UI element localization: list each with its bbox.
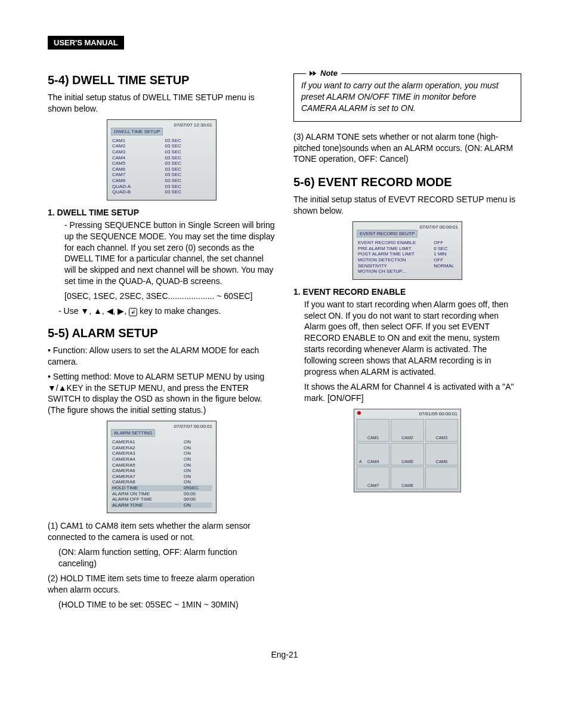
record-icon: [357, 411, 361, 415]
osd-row-val: 0 SEC: [422, 246, 458, 252]
cam-cell: CAM5: [391, 443, 423, 465]
osd-row: ALARM ON TIME: [111, 491, 172, 497]
camera-grid-osd: 07/01/05 00:00:01 CAM1 CAM2 CAM3 ACAM4 C…: [354, 409, 461, 492]
right-column: Note If you want to carry out the alarm …: [293, 73, 521, 614]
event-record-osd: 07/07/07 00:00:01 EVENT RECORD SEUTP EVE…: [352, 221, 462, 280]
sec54-p1: - Pressing SEQUENCE button in Single Scr…: [48, 220, 276, 287]
osd-row-val: 03 SEC: [153, 172, 212, 178]
cam-label: CAM8: [401, 483, 413, 488]
osd-row-val: ON: [172, 502, 212, 508]
osd-row: HOLD TIME: [111, 485, 172, 491]
sec55-n3: (3) ALARM TONE sets whether or not alarm…: [293, 131, 521, 165]
alarm-setting-osd: 07/07/07 00:00:01 ALARM SETTING CAMERA1O…: [107, 421, 217, 513]
section-5-4-title: 5-4) DWELL TIME SETUP: [48, 73, 276, 87]
sec55-n2b: (HOLD TIME to be set: 05SEC ~ 1MIN ~ 30M…: [48, 599, 276, 610]
osd-row-val: 03 SEC: [153, 149, 212, 155]
osd-timestamp: 07/07/07 00:00:01: [111, 424, 212, 429]
osd-row: CAMERA2: [111, 445, 172, 451]
sec56-p2: It shows the ALARM for Channel 4 is acti…: [293, 381, 521, 404]
sec54-p1b: [0SEC, 1SEC, 2SEC, 3SEC.................…: [48, 291, 276, 302]
note-text: If you want to carry out the alarm opera…: [301, 81, 499, 113]
osd-row-val: 1 MIN: [422, 251, 458, 257]
cam-cell: CAM8: [391, 467, 423, 489]
cam-cell: CAM7: [357, 467, 389, 489]
cam-cell: CAM1: [357, 419, 389, 442]
sec55-n1: (1) CAM1 to CAM8 item sets whether the a…: [48, 520, 276, 543]
cam-cell: ACAM4: [357, 443, 389, 465]
osd-row: CAM2: [111, 143, 153, 149]
cam-label: CAM3: [436, 436, 447, 440]
osd-row-val: ON: [172, 479, 212, 485]
osd-row-val: OFF: [422, 257, 458, 263]
grid-timestamp: 07/01/05 00:00:01: [419, 411, 457, 417]
osd-row: CAM7: [111, 172, 153, 178]
sec54-h1: 1. DWELL TIME SETUP: [48, 208, 276, 217]
osd-row: CAMERA8: [111, 479, 172, 485]
osd-row-val: 05SEC: [172, 485, 212, 491]
note-label: Note: [320, 68, 338, 79]
sec55-b2: • Setting method: Move to ALARM SETUP ME…: [48, 371, 276, 417]
osd-row-val: ON: [172, 445, 212, 451]
sec55-n1b: (ON: Alarm function setting, OFF: Alarm …: [48, 547, 276, 569]
osd-tab: DWELL TIME SETUP: [111, 128, 163, 135]
sec54-intro: The initial setup status of DWELL TIME S…: [48, 92, 276, 115]
cam-label: CAM6: [436, 459, 447, 464]
osd-row: POST ALARM TIME LIMIT: [357, 251, 422, 257]
section-5-6-title: 5-6) EVENT RECORD MODE: [293, 175, 521, 189]
note-box: Note If you want to carry out the alarm …: [293, 73, 521, 122]
osd-row: CAM6: [111, 166, 153, 172]
osd-row-val: 03 SEC: [153, 161, 212, 166]
osd-row: CAMERA6: [111, 468, 172, 474]
osd-row: CAM8: [111, 178, 153, 184]
osd-row-val: 03 SEC: [153, 189, 212, 195]
sec54-p2: - Use ▼, ▲, ◀, ▶, ↲ key to make changes.: [48, 306, 276, 317]
fast-forward-icon: [310, 70, 318, 76]
sec56-intro: The initial setup status of EVEVT RECORD…: [293, 194, 521, 217]
cam-label: CAM4: [367, 459, 379, 464]
section-5-5-title: 5-5) ALARM SETUP: [48, 326, 276, 340]
osd-row-val: 00:00: [172, 491, 212, 497]
osd-row: CAMERA5: [111, 462, 172, 468]
cam-cell: CAM6: [425, 443, 458, 465]
osd-row-val: 03 SEC: [153, 138, 212, 144]
osd-tab: ALARM SETTING: [111, 429, 155, 437]
svg-marker-1: [313, 71, 317, 76]
osd-row-val: ON: [172, 474, 212, 480]
osd-row-val: OFF: [422, 240, 458, 246]
left-column: 5-4) DWELL TIME SETUP The initial setup …: [48, 73, 276, 614]
cam-cell: [425, 467, 458, 489]
osd-row-val: ON: [172, 456, 212, 462]
osd-row: CAMERA1: [111, 439, 172, 445]
osd-row-val: ON: [172, 462, 212, 468]
osd-row-val: 03 SEC: [153, 143, 212, 149]
osd-row-val: 03 SEC: [153, 178, 212, 184]
page-footer: Eng-21: [48, 650, 521, 659]
osd-row-val: 00:00: [172, 496, 212, 502]
osd-row: ALARM TONE: [111, 502, 172, 508]
osd-row: MOTION DETECTION: [357, 257, 422, 263]
osd-timestamp: 07/07/07 12:30:01: [111, 122, 212, 128]
cam-label: CAM2: [401, 436, 413, 440]
text: - Use: [58, 306, 81, 316]
sec56-h1: 1. EVENT RECORD ENABLE: [293, 287, 521, 297]
osd-row-val: [422, 269, 458, 274]
sec55-n2: (2) HOLD TIME item sets time to freeze a…: [48, 573, 276, 596]
text: key to make changes.: [137, 306, 221, 316]
osd-timestamp: 07/07/07 00:00:01: [357, 224, 458, 230]
osd-row: MOTION CH SETUP...: [357, 269, 422, 274]
alarm-mark: A: [359, 459, 362, 464]
osd-row: CAM4: [111, 155, 153, 161]
osd-row: CAM3: [111, 149, 153, 155]
sec55-b1: • Function: Allow users to set the ALARM…: [48, 345, 276, 368]
cam-label: CAM7: [367, 483, 379, 488]
dwell-time-osd: 07/07/07 12:30:01 DWELL TIME SETUP CAM10…: [107, 119, 217, 200]
svg-marker-0: [310, 71, 313, 76]
osd-row: EVENT RECORD ENABLE: [357, 240, 422, 246]
osd-row-val: 03 SEC: [153, 184, 212, 190]
cam-label: CAM1: [367, 436, 379, 440]
header-bar: USER'S MANUAL: [48, 36, 124, 50]
osd-row: CAMERA7: [111, 474, 172, 480]
osd-row: QUAD-B: [111, 189, 153, 195]
osd-row-val: 03 SEC: [153, 155, 212, 161]
osd-row-val: 03 SEC: [153, 166, 212, 172]
